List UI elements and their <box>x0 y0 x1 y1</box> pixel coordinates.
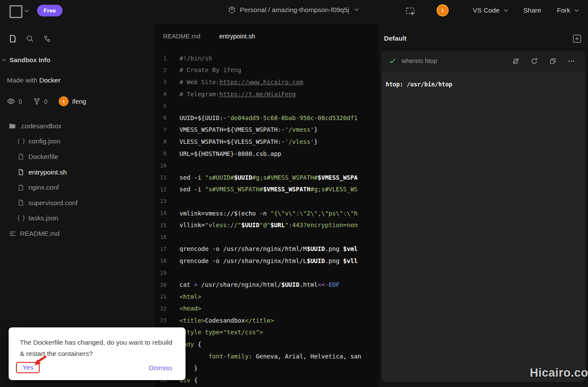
markdown-icon <box>9 230 16 237</box>
line-number: 18 <box>155 257 167 264</box>
codesandbox-logo[interactable] <box>9 5 22 18</box>
breadcrumb[interactable]: Personal / amazing-thompson-f09q5j <box>228 6 359 14</box>
author-name[interactable]: ifeng <box>72 98 86 105</box>
source-control-icon[interactable] <box>43 35 51 43</box>
tree-item-tasks.json[interactable]: { }tasks.json <box>0 211 155 226</box>
vscode-label: VS Code <box>473 6 500 14</box>
code-line: 18qrencode -o /usr/share/nginx/html/L$UU… <box>155 255 379 267</box>
views-count: 0 <box>19 98 22 105</box>
code-line: 26 font-family: Geneva, Arial, Helvetica… <box>155 350 379 362</box>
file-icon <box>17 199 25 206</box>
code-line: 10 <box>155 159 379 171</box>
annotation-arrow-icon <box>33 355 47 367</box>
tab-bar: README.mdentrypoint.sh <box>163 33 255 40</box>
code-line: 6UUID=${UUID:-'de04add9-5c68-8bab-950c-0… <box>155 112 379 124</box>
sandbox-info-section[interactable]: Sandbox Info <box>2 56 50 63</box>
code-line: 25body { <box>155 338 379 350</box>
line-number: 20 <box>155 282 167 288</box>
file-icon <box>17 184 25 191</box>
code-line: 13 <box>155 195 379 207</box>
tab-entrypoint.sh[interactable]: entrypoint.sh <box>219 33 255 40</box>
forks-count: 0 <box>44 98 47 105</box>
line-number: 2 <box>155 67 167 73</box>
rebuild-dialog: The Dockerfile has changed, do you want … <box>9 327 186 380</box>
vscode-button[interactable]: VS Code <box>473 6 508 14</box>
eye-icon <box>7 97 15 105</box>
task-name: whereis htop <box>402 57 437 64</box>
line-number: 3 <box>155 79 167 85</box>
open-in-new-icon[interactable] <box>549 57 557 65</box>
breadcrumb-label: Personal / amazing-thompson-f09q5j <box>240 6 349 14</box>
tab-README.md[interactable]: README.md <box>163 33 200 40</box>
file-tree: .codesandbox{ }config.jsonDockerfileentr… <box>0 118 155 241</box>
line-number: 14 <box>155 210 167 216</box>
tree-item-Dockerfile[interactable]: Dockerfile <box>0 149 155 165</box>
tree-item-nginx.conf[interactable]: nginx.conf <box>0 180 155 195</box>
folder-icon <box>9 122 16 130</box>
fork-label: Fork <box>557 6 570 14</box>
line-number: 7 <box>155 127 167 133</box>
line-number: 13 <box>155 198 167 204</box>
task-header[interactable]: whereis htop <box>381 51 585 71</box>
add-task-button[interactable] <box>573 35 581 43</box>
cube-icon <box>228 6 236 14</box>
tree-item-label: .codesandbox <box>20 122 62 130</box>
code-line: 9URL=${HOSTNAME}-8080.csb.app <box>155 148 379 160</box>
codesandbox-window: Free Personal / amazing-thompson-f09q5j … <box>0 0 588 387</box>
code-line: 5 <box>155 100 379 112</box>
template-name: Docker <box>39 76 60 84</box>
fork-button[interactable]: Fork <box>557 6 579 14</box>
vscode-chevron-down-icon <box>503 9 508 12</box>
line-number: 19 <box>155 270 167 276</box>
restart-task-icon[interactable] <box>531 57 538 65</box>
code-line: 11sed -i "s#UUID#$UUID#g;s#VMESS_WSPATH#… <box>155 171 379 184</box>
tree-item-.codesandbox[interactable]: .codesandbox <box>0 118 155 134</box>
line-number: 4 <box>155 91 167 97</box>
tree-item-label: entrypoint.sh <box>28 168 67 176</box>
more-options-icon[interactable] <box>568 57 575 65</box>
line-number: 15 <box>155 222 167 228</box>
line-number: 17 <box>155 246 167 252</box>
search-icon[interactable] <box>26 35 34 43</box>
tree-item-label: tasks.json <box>28 214 58 222</box>
line-number: 8 <box>155 138 167 145</box>
code-line: 7VMESS_WSPATH=${VMESS_WSPATH:-'/vmess'} <box>155 124 379 136</box>
code-editor: README.mdentrypoint.sh 1#!/bin/sh2# Crea… <box>155 24 379 387</box>
tree-item-label: nginx.conf <box>28 184 59 191</box>
line-number: 1 <box>155 55 167 61</box>
tree-item-entrypoint.sh[interactable]: entrypoint.sh <box>0 165 155 180</box>
clear-output-icon[interactable] <box>512 57 519 65</box>
code-line: 28div { <box>155 374 379 386</box>
code-line: 17qrencode -o /usr/share/nginx/html/M$UU… <box>155 243 379 255</box>
file-icon <box>17 168 25 176</box>
code-line: 4# Telegram:https://t.me/HiaiFeng <box>155 88 379 100</box>
code-area[interactable]: 1#!/bin/sh2# Create By ifeng3# Web Site:… <box>155 52 379 387</box>
free-plan-badge[interactable]: Free <box>37 5 63 16</box>
code-line: 14vmlink=vmess://$(echo -n "{\"v\":\"2\"… <box>155 207 379 219</box>
tree-item-label: README.md <box>20 230 60 238</box>
share-button[interactable]: Share <box>523 6 541 14</box>
tree-item-config.json[interactable]: { }config.json <box>0 134 155 149</box>
code-line: 3# Web Site:https://www.hicairo.com <box>155 76 379 88</box>
line-number: 23 <box>155 317 167 324</box>
code-line: 23<title>Codesandbox</title> <box>155 314 379 327</box>
line-number: 9 <box>155 150 167 157</box>
code-line: 2# Create By ifeng <box>155 64 379 76</box>
explorer-file-icon[interactable] <box>9 35 17 43</box>
code-line: 24<style type="text/css"> <box>155 327 379 339</box>
author-avatar[interactable]: i <box>59 96 69 106</box>
tree-item-README.md[interactable]: README.md <box>0 226 155 241</box>
line-number: 12 <box>155 186 167 193</box>
user-avatar[interactable]: i <box>437 4 449 16</box>
section-title: Sandbox Info <box>9 56 50 63</box>
task-card: whereis htop <box>381 51 585 382</box>
line-number: 6 <box>155 114 167 121</box>
add-devtool-button[interactable] <box>405 5 416 16</box>
line-number: 21 <box>155 293 167 300</box>
tree-item-supervisord.conf[interactable]: supervisord.conf <box>0 195 155 211</box>
top-bar: Free Personal / amazing-thompson-f09q5j … <box>0 0 588 24</box>
workspace-chevron-down-icon[interactable] <box>24 10 29 13</box>
dismiss-button[interactable]: Dismiss <box>149 364 172 372</box>
code-line: 22<head> <box>155 302 379 314</box>
line-number: 10 <box>155 162 167 169</box>
